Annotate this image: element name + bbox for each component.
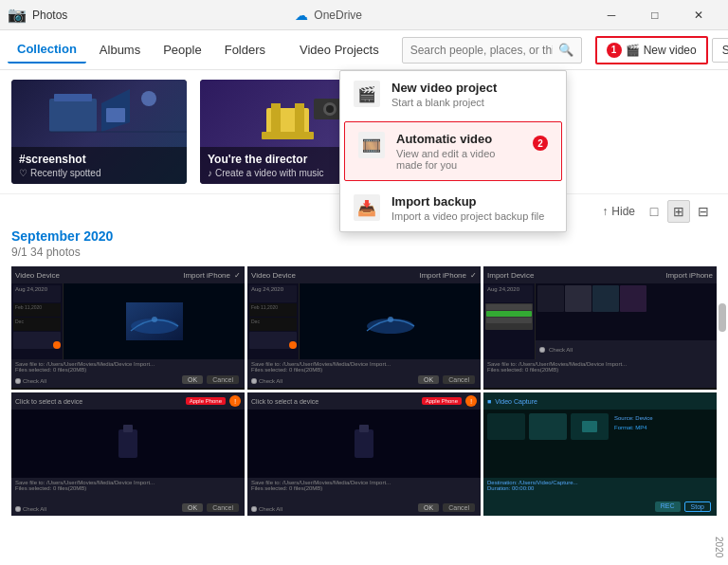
maximize-button[interactable]: □ [633, 0, 677, 30]
svg-rect-22 [123, 425, 133, 432]
nav-folders[interactable]: Folders [215, 37, 275, 63]
up-arrow-icon: ↑ [602, 205, 608, 218]
photo-thumb-3[interactable]: Import Device Import iPhone Aug 24,2020 [483, 266, 717, 390]
vid-device-label: Video Device [15, 271, 60, 280]
svg-point-12 [326, 105, 334, 113]
card-title-screenshot: #screenshot [19, 153, 179, 166]
dropdown-item-automatic[interactable]: 🎞️ Automatic video View and edit a video… [344, 121, 562, 181]
timeline-year: 2020 [714, 537, 724, 557]
vid-top-bar-1: Video Device Import iPhone ✓ [11, 266, 245, 283]
dropdown-item-auto-text: Automatic video View and edit a video ma… [396, 132, 521, 171]
nav-albums[interactable]: Albums [90, 37, 150, 63]
svg-point-4 [141, 91, 156, 106]
new-video-badge: 1 [607, 43, 622, 58]
nav-video-projects[interactable]: Video Projects [290, 37, 389, 63]
vid-device-label-2: Video Device [251, 271, 296, 280]
music-icon: ♪ [208, 168, 212, 178]
month-count: 9/1 34 photos [11, 246, 717, 259]
view-single-button[interactable]: □ [643, 200, 665, 223]
title-bar-controls: ─ □ ✕ [590, 0, 720, 30]
title-bar-left: 📷 Photos [8, 6, 67, 24]
vid-source-label: Import iPhone [183, 271, 230, 280]
svg-point-19 [388, 317, 393, 322]
onedrive-label: OneDrive [314, 9, 362, 22]
view-list-button[interactable]: ⊟ [692, 200, 715, 223]
svg-rect-9 [262, 132, 314, 139]
svg-rect-7 [271, 103, 281, 137]
video-icon: 🎬 [626, 44, 640, 57]
svg-rect-25 [359, 425, 369, 432]
feature-card-screenshot[interactable]: #screenshot ♡ Recently spotted [11, 80, 187, 184]
app-icon: 📷 [8, 6, 27, 24]
vid-source-label-3: Import iPhone [665, 271, 713, 280]
title-bar: 📷 Photos ☁ OneDrive ─ □ ✕ [0, 0, 728, 30]
new-project-icon: 🎬 [354, 81, 380, 107]
photo-thumb-4[interactable]: Click to select a device Apple Phone ! S… [11, 392, 245, 516]
new-project-subtitle: Start a blank project [391, 97, 497, 108]
nav-bar: Collection Albums People Folders Video P… [0, 30, 728, 70]
search-bar[interactable]: 🔍 [402, 37, 582, 64]
new-video-button[interactable]: 1 🎬 New video [595, 36, 708, 64]
new-project-title: New video project [391, 81, 497, 95]
import-backup-subtitle: Import a video project backup file [391, 210, 544, 222]
cloud-icon: ☁ [295, 8, 308, 23]
photo-thumb-1[interactable]: Video Device Import iPhone ✓ Aug 24,2020… [11, 266, 245, 390]
automatic-video-title: Automatic video [396, 132, 521, 146]
nav-people[interactable]: People [154, 37, 210, 63]
vid-source-label-2: Import iPhone [419, 271, 466, 280]
svg-point-16 [152, 317, 157, 322]
vid-top-bar-2: Video Device Import iPhone ✓ [247, 266, 481, 283]
timeline-indicator [719, 223, 726, 412]
svg-rect-3 [106, 108, 125, 122]
photo-thumb-6[interactable]: ■ Video Capture Source: Device Format: M… [483, 392, 717, 516]
search-input[interactable] [410, 44, 553, 57]
svg-rect-21 [118, 429, 137, 458]
card-subtitle-screenshot: ♡ Recently spotted [19, 168, 179, 178]
search-icon: 🔍 [558, 43, 573, 57]
nav-collection[interactable]: Collection [8, 36, 86, 64]
vid-thumb-3: Import Device Import iPhone Aug 24,2020 [483, 266, 717, 390]
photo-grid-row1: Video Device Import iPhone ✓ Aug 24,2020… [11, 266, 717, 390]
view-toggle: □ ⊞ ⊟ [643, 200, 715, 223]
app-title: Photos [32, 9, 67, 22]
month-section: September 2020 9/1 34 photos Video Devic… [0, 228, 728, 516]
automatic-video-icon: 🎞️ [358, 132, 385, 158]
vid-check-label-2: ✓ [470, 271, 477, 280]
nav-actions: 1 🎬 New video Select Import 👤 ••• [595, 36, 728, 64]
import-backup-title: Import backup [391, 194, 544, 209]
automatic-video-badge: 2 [533, 136, 548, 151]
dropdown-item-import[interactable]: 📥 Import backup Import a video project b… [340, 185, 566, 231]
photo-thumb-2[interactable]: Video Device Import iPhone ✓ Aug 24,2020… [247, 266, 481, 390]
timeline-thumb[interactable] [719, 303, 726, 332]
import-backup-icon: 📥 [354, 194, 380, 221]
dropdown-item-import-text: Import backup Import a video project bac… [391, 194, 544, 222]
new-video-dropdown: 🎬 New video project Start a blank projec… [339, 70, 567, 232]
new-video-label: New video [644, 44, 697, 57]
photo-thumb-5[interactable]: Click to select a device Apple Phone ! S… [247, 392, 481, 516]
svg-rect-8 [295, 103, 304, 137]
vid-thumb-2: Video Device Import iPhone ✓ Aug 24,2020… [247, 266, 481, 390]
minimize-button[interactable]: ─ [590, 0, 633, 30]
svg-rect-1 [54, 94, 92, 101]
view-grid-button[interactable]: ⊞ [667, 200, 690, 223]
vid-top-bar-3: Import Device Import iPhone [483, 266, 717, 283]
dropdown-item-new-project[interactable]: 🎬 New video project Start a blank projec… [340, 71, 566, 118]
svg-rect-0 [49, 99, 97, 132]
photo-grid-row2: Click to select a device Apple Phone ! S… [11, 392, 717, 516]
heart-icon: ♡ [19, 168, 27, 178]
vid-thumb-1: Video Device Import iPhone ✓ Aug 24,2020… [11, 266, 245, 390]
dropdown-item-text: New video project Start a blank project [391, 81, 497, 108]
vid-check-label: ✓ [234, 271, 241, 280]
hide-button[interactable]: ↑ Hide [602, 205, 635, 218]
onedrive-area: ☁ OneDrive [295, 8, 362, 23]
close-button[interactable]: ✕ [677, 0, 720, 30]
vid-device-label-3: Import Device [487, 271, 534, 280]
hide-label: Hide [611, 205, 635, 218]
automatic-video-subtitle: View and edit a video made for you [396, 148, 521, 171]
card-content-screenshot: #screenshot ♡ Recently spotted [11, 147, 187, 184]
svg-rect-24 [355, 429, 373, 458]
select-button[interactable]: Select [712, 38, 728, 63]
